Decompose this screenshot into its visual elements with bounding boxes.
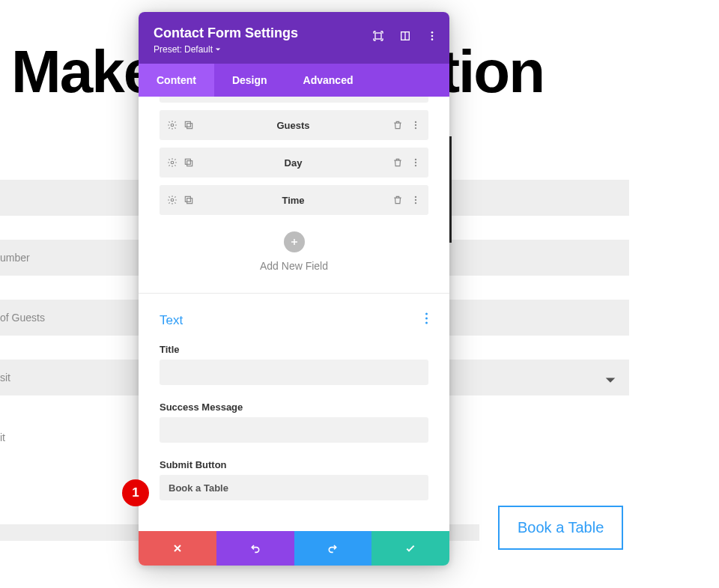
svg-point-12 [171, 161, 174, 164]
preset-value: Default [184, 44, 213, 55]
svg-point-24 [425, 313, 428, 315]
cancel-button[interactable] [139, 531, 216, 566]
svg-point-4 [431, 35, 434, 37]
svg-point-3 [431, 31, 434, 34]
redo-button[interactable] [294, 531, 372, 566]
modal-footer [139, 531, 449, 566]
undo-icon [249, 542, 261, 554]
dropdown-caret-icon[interactable] [599, 369, 622, 391]
close-icon [172, 542, 183, 554]
field-row-partial [160, 97, 428, 103]
svg-point-11 [415, 127, 416, 129]
modal-tabs: Content Design Advanced [139, 64, 449, 97]
plus-icon [290, 237, 299, 246]
success-message-label: Success Message [160, 401, 428, 413]
caret-down-icon [215, 46, 221, 52]
contact-form-settings-modal: Contact Form Settings Preset: Default Co… [139, 12, 449, 566]
svg-point-5 [431, 38, 434, 40]
svg-rect-0 [375, 33, 381, 39]
field-row-time[interactable]: Time [160, 185, 428, 215]
svg-rect-14 [185, 159, 190, 164]
more-vertical-icon[interactable] [410, 120, 421, 130]
modal-header: Contact Form Settings Preset: Default [139, 12, 449, 64]
trash-icon[interactable] [392, 195, 403, 205]
svg-point-9 [415, 121, 416, 123]
svg-point-16 [415, 162, 416, 163]
svg-point-21 [415, 196, 416, 198]
gear-icon[interactable] [167, 157, 178, 168]
add-new-field-block: Add New Field [160, 231, 428, 272]
field-label: Guests [194, 120, 392, 131]
annotation-badge-1: 1 [122, 479, 149, 506]
undo-button[interactable] [216, 531, 294, 566]
gear-icon[interactable] [167, 195, 178, 205]
preset-selector[interactable]: Preset: Default [154, 44, 434, 55]
svg-point-22 [415, 199, 416, 201]
submit-button-input[interactable] [160, 475, 428, 500]
success-message-control: Success Message [160, 401, 428, 443]
title-input[interactable] [160, 360, 428, 385]
svg-point-10 [415, 124, 416, 126]
preset-prefix: Preset: [154, 44, 182, 55]
book-a-table-button[interactable]: Book a Table [498, 506, 623, 550]
expand-icon[interactable] [372, 30, 384, 42]
more-vertical-icon[interactable] [426, 30, 438, 42]
submit-button-control: Submit Button [160, 459, 428, 500]
svg-rect-8 [185, 121, 190, 127]
check-icon [404, 542, 416, 554]
svg-point-25 [425, 318, 428, 320]
bg-field-label: sit [0, 372, 10, 384]
field-label: Time [194, 195, 392, 206]
tab-design[interactable]: Design [214, 64, 285, 97]
snap-icon[interactable] [399, 30, 411, 42]
text-section-header[interactable]: Text [160, 312, 428, 329]
field-label: Day [194, 157, 392, 169]
section-title-text: Text [160, 313, 183, 328]
trash-icon[interactable] [392, 120, 403, 130]
svg-point-23 [415, 202, 416, 204]
submit-button-label: Submit Button [160, 459, 428, 470]
more-vertical-icon[interactable] [410, 195, 421, 205]
bg-field-label: it [0, 431, 5, 443]
svg-rect-19 [187, 198, 192, 204]
trash-icon[interactable] [392, 157, 403, 168]
save-button[interactable] [371, 531, 449, 566]
duplicate-icon[interactable] [183, 157, 194, 168]
add-new-field-button[interactable] [284, 231, 305, 252]
more-vertical-icon[interactable] [425, 312, 428, 329]
success-message-input[interactable] [160, 417, 428, 443]
svg-point-26 [425, 322, 428, 324]
more-vertical-icon[interactable] [410, 157, 421, 168]
title-label: Title [160, 344, 428, 355]
title-control: Title [160, 344, 428, 385]
redo-icon [327, 542, 339, 554]
svg-rect-20 [185, 196, 190, 201]
svg-point-18 [171, 198, 174, 201]
tab-content[interactable]: Content [139, 64, 214, 97]
svg-point-17 [415, 165, 416, 166]
bg-field-label: umber [0, 252, 30, 264]
add-new-field-label: Add New Field [160, 260, 428, 272]
duplicate-icon[interactable] [183, 195, 194, 205]
field-row-day[interactable]: Day [160, 148, 428, 178]
field-row-guests[interactable]: Guests [160, 110, 428, 140]
svg-rect-13 [187, 161, 192, 166]
gear-icon[interactable] [167, 120, 178, 130]
svg-point-15 [415, 159, 416, 160]
bg-field-label: of Guests [0, 312, 45, 324]
modal-body: Guests Day Time [139, 97, 449, 531]
svg-point-6 [171, 124, 174, 127]
tab-advanced[interactable]: Advanced [285, 64, 371, 97]
svg-rect-7 [187, 124, 192, 129]
divider [139, 293, 449, 294]
duplicate-icon[interactable] [183, 120, 194, 130]
